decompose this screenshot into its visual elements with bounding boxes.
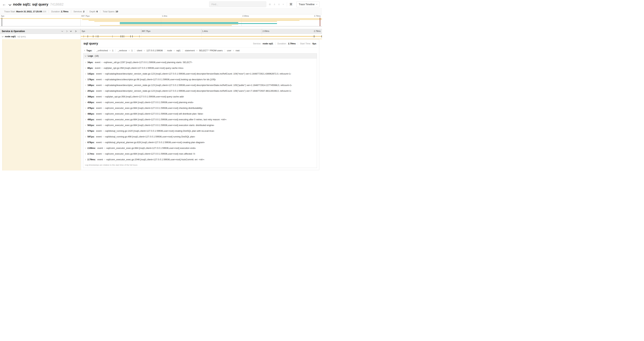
back-button[interactable]: ← (0, 0, 8, 9)
log-key: event (96, 135, 102, 138)
log-text: event=‹sql/distsql_running.go:1420 [nsql… (96, 130, 214, 132)
log-entry[interactable]: 176μs: event=‹sql/catalog/descs/descript… (85, 78, 315, 81)
log-entry[interactable]: 2.69ms: event=‹sql/conn_executor_exec.go… (85, 147, 315, 149)
log-entry[interactable]: 189μs: event=‹sql/catalog/lease/descript… (85, 84, 315, 87)
trace-minimap[interactable]: 0μs697.75μs1.4ms2.09ms2.79ms (0, 15, 322, 26)
chevron-down-icon (9, 3, 12, 6)
log-entry[interactable]: 459μs: event=‹sql/conn_executor_exec.go:… (85, 101, 315, 104)
trace-stat: Trace Start March 31 2022, 17:25:09 .326 (2, 10, 49, 13)
log-entry[interactable]: 142μs: event=‹sql/catalog/lease/descript… (85, 72, 315, 75)
tag-equals: = (128, 49, 130, 52)
find-locate-icon[interactable]: ⊕ (269, 3, 271, 6)
trace-collapse-chevron[interactable] (9, 4, 11, 5)
minimap-canvas[interactable] (0, 18, 322, 26)
tag-item: user = root (225, 49, 242, 52)
tag-key: user (227, 49, 231, 52)
meta-value: 2.79ms (288, 42, 296, 45)
log-text: event=‹sql/distsql_physical_planner.go:8… (96, 141, 205, 144)
log-marker-tick (124, 35, 124, 38)
span-row[interactable]: node sql1 sql query (0, 34, 322, 39)
span-timeline-cell[interactable] (81, 34, 322, 39)
span-meta-item: Duration: 2.79ms (275, 42, 298, 45)
expand-one-button[interactable] (64, 30, 68, 33)
minimap-right-handle[interactable] (320, 18, 320, 26)
find-input[interactable] (209, 2, 266, 7)
minimap-left-handle[interactable] (2, 18, 2, 26)
expand-all-button[interactable] (73, 30, 78, 33)
log-entry[interactable]: 2.79ms: event=‹sql/conn_executor_exec.go… (85, 158, 315, 161)
minimap-span-bar (82, 19, 322, 20)
log-entry[interactable]: 502μs: event=‹sql/conn_executor_exec.go:… (85, 124, 315, 127)
keyboard-shortcuts-button[interactable]: ⌘ (287, 2, 295, 7)
log-entry[interactable]: 495μs: event=‹sql/conn_executor_exec.go:… (85, 118, 315, 121)
log-entry[interactable]: 34μs: event=‹sql/exec_util.go:2297 [nsql… (85, 61, 315, 64)
logs-count: (18) (95, 55, 99, 57)
log-marker-tick (314, 35, 314, 38)
log-marker-tick (84, 35, 84, 38)
minimap-span-bar (100, 25, 232, 26)
time-tick-label: 697.75μs (142, 30, 150, 33)
stat-value: 2 (83, 10, 84, 13)
tag-equals: = (110, 49, 111, 52)
collapse-one-button[interactable] (60, 30, 64, 33)
span-meta-item: Start Time: 0μs (298, 42, 317, 45)
log-entry[interactable]: 366μs: event=‹sql/plan_opt.go:358 [nsql1… (85, 95, 315, 98)
chevron-down-icon[interactable] (2, 35, 4, 37)
log-value: ‹sql/catalog/lease/descriptor_version_st… (105, 90, 292, 92)
log-value: ‹sql/distsql_running.go:1420 [nsql1,clie… (105, 130, 214, 132)
log-equals: = (102, 95, 104, 98)
log-entry[interactable]: 2.7ms: event=‹sql/conn_executor_exec.go:… (85, 152, 315, 155)
log-equals: = (102, 72, 104, 75)
log-value: ‹sql/distsql_running.go:498 [nsql1,clien… (105, 135, 195, 138)
span-bar[interactable] (81, 36, 322, 37)
log-timestamp: 495μs: (88, 118, 94, 121)
span-detail-meta: Service: node sql1 Duration: 2.79ms Star… (251, 42, 317, 45)
find-prev-icon[interactable]: ∧ (274, 3, 276, 6)
log-equals: = (102, 78, 104, 81)
view-selector-button[interactable]: Trace Timeline (296, 2, 320, 7)
find-clear-icon[interactable]: × (282, 3, 284, 6)
log-entry[interactable]: 678μs: event=‹sql/distsql_physical_plann… (85, 141, 315, 144)
logs-header[interactable]: Logs (18) (83, 54, 317, 58)
collapse-all-button[interactable] (69, 30, 73, 33)
log-entry[interactable]: 80μs: event=‹sql/plan_opt.go:358 [nsql1,… (85, 67, 315, 69)
log-key: event (96, 90, 102, 92)
log-key: event (96, 118, 102, 121)
log-value: ‹sql/conn_executor_exec.go:684 [nsql1,cl… (105, 152, 196, 155)
log-equals: = (102, 90, 104, 92)
log-equals: = (102, 141, 104, 144)
log-entry[interactable]: 476μs: event=‹sql/conn_executor_exec.go:… (85, 107, 315, 109)
span-row-name[interactable]: node sql1 sql query (0, 34, 81, 39)
page-title: node sql1: sql query 7418682 (13, 2, 64, 7)
log-text: event=‹sql/catalog/lease/descriptor_vers… (96, 72, 291, 75)
log-key: event (96, 72, 102, 75)
log-entry[interactable]: 486μs: event=‹sql/conn_executor_exec.go:… (85, 112, 315, 115)
log-entry[interactable]: 201μs: event=‹sql/catalog/lease/descript… (85, 90, 315, 92)
trace-stat: Duration 2.79ms (49, 10, 71, 13)
chevron-right-icon (85, 148, 86, 149)
log-timestamp: 597μs: (88, 135, 94, 138)
log-entry[interactable]: 597μs: event=‹sql/distsql_running.go:498… (85, 135, 315, 138)
tags-row[interactable]: Tags: _unfinished = 1 _verbose (83, 48, 317, 53)
log-text: event=‹sql/catalog/lease/descriptor_vers… (96, 84, 292, 87)
log-text: event=‹sql/conn_executor_exec.go:2046 [n… (97, 158, 204, 161)
minimap-span-bar (120, 23, 277, 24)
log-value: ‹sql/conn_executor_exec.go:684 [nsql1,cl… (105, 107, 203, 109)
find-next-icon[interactable]: ∨ (278, 3, 280, 6)
time-tick-label: 2.79ms (314, 15, 320, 17)
log-marker-tick (97, 35, 98, 38)
span-detail-title: sql query (84, 42, 98, 45)
tag-value: 1 (112, 49, 114, 52)
log-entry[interactable]: 574μs: event=‹sql/distsql_running.go:142… (85, 130, 315, 132)
service-operation-header: Service & Operation (0, 29, 81, 34)
chevron-right-icon (85, 108, 86, 109)
view-selector-label: Trace Timeline (299, 3, 314, 6)
log-text: event=‹sql/catalog/descs/descriptor.go:9… (96, 78, 216, 81)
log-marker-tick (124, 35, 124, 38)
logs-note: Log timestamps are relative to the start… (83, 164, 317, 168)
minimap-span-bar (0, 18, 322, 19)
log-equals: = (101, 67, 103, 69)
log-marker-tick (313, 35, 314, 38)
log-equals: = (102, 112, 104, 115)
meta-label: Duration: (278, 42, 287, 45)
